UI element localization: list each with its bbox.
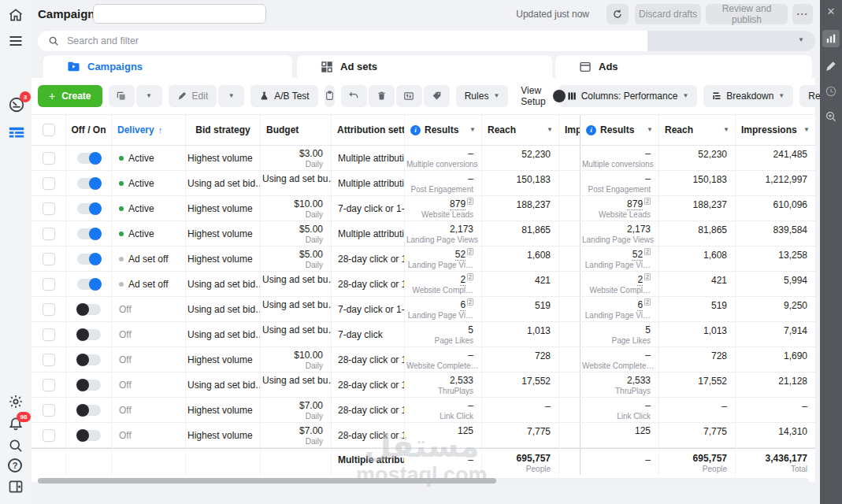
tab-campaigns[interactable]: Campaigns	[43, 55, 292, 78]
edit-button[interactable]: Edit	[169, 85, 217, 107]
column-header-results-2[interactable]: i Results▼	[580, 115, 659, 145]
results-cell-2: 8792 Website Leads	[580, 196, 659, 220]
home-icon[interactable]	[8, 7, 24, 23]
row-toggle[interactable]	[77, 279, 101, 290]
row-toggle[interactable]	[77, 254, 101, 265]
row-checkbox[interactable]	[43, 429, 55, 442]
row-checkbox[interactable]	[43, 379, 55, 391]
horizontal-scrollbar[interactable]	[38, 478, 809, 484]
help-icon[interactable]: ?	[8, 458, 24, 474]
tag-button[interactable]	[424, 85, 450, 107]
reach-cell-2: 7,775	[659, 423, 736, 447]
attribution-cell: 28-day click or 1-…	[332, 423, 405, 447]
row-checkbox[interactable]	[43, 328, 55, 341]
row-checkbox[interactable]	[43, 152, 55, 165]
collapse-panel-icon[interactable]	[8, 479, 24, 495]
budget-cell: $10.00Daily	[261, 347, 332, 372]
row-checkbox[interactable]	[43, 177, 55, 190]
create-button[interactable]: + Create	[38, 85, 102, 107]
edit-pencil-icon[interactable]	[825, 60, 837, 72]
results-ref-badge[interactable]: 2	[467, 298, 473, 306]
bid-strategy-cell: Using ad set bid…	[186, 297, 261, 321]
bar-chart-icon[interactable]	[822, 30, 840, 47]
row-checkbox[interactable]	[43, 228, 55, 240]
row-checkbox[interactable]	[43, 354, 55, 366]
row-checkbox[interactable]	[43, 253, 55, 265]
column-header-off-on[interactable]: Off / On	[66, 115, 112, 145]
saved-filters-dropdown[interactable]: ▼	[647, 31, 815, 51]
row-checkbox[interactable]	[43, 278, 55, 291]
row-checkbox[interactable]	[43, 404, 55, 417]
row-checkbox[interactable]	[43, 202, 55, 215]
tab-ad-sets[interactable]: Ad sets	[297, 55, 552, 78]
table-row: Ad set off Using ad set bid… Using ad se…	[32, 272, 815, 297]
row-toggle[interactable]	[77, 380, 101, 391]
history-clock-icon[interactable]	[825, 85, 837, 98]
column-header-impressions[interactable]: Impressions▼	[736, 115, 815, 145]
duplicate-button[interactable]	[109, 85, 135, 107]
row-toggle[interactable]	[77, 354, 101, 365]
bid-strategy-cell: Using ad set bid…	[186, 372, 261, 397]
table-body: Active Highest volume $3.00Daily Multipl…	[32, 146, 815, 448]
results-ref-badge[interactable]: 2	[467, 273, 473, 280]
column-header-attribution[interactable]: Attribution setting	[332, 115, 405, 145]
ab-test-button[interactable]: A/B Test	[250, 85, 317, 107]
clipboard-button[interactable]	[325, 85, 335, 107]
menu-icon[interactable]	[8, 33, 24, 49]
row-toggle[interactable]	[77, 203, 101, 214]
results-cell: – Link Click	[405, 398, 482, 422]
tab-ads[interactable]: Ads	[555, 55, 812, 78]
row-toggle[interactable]	[77, 153, 101, 164]
row-checkbox[interactable]	[43, 303, 55, 316]
undo-button[interactable]	[341, 85, 367, 107]
breakdown-dropdown[interactable]: Breakdown▼	[703, 85, 793, 107]
zoom-plus-icon[interactable]	[825, 110, 837, 123]
reach-cell-2: 1,608	[659, 246, 736, 271]
row-toggle[interactable]	[77, 228, 101, 239]
more-options-button[interactable]: ···	[792, 4, 813, 24]
results-ref-badge[interactable]: 2	[644, 298, 651, 306]
duplicate-dropdown-button[interactable]: ▼	[136, 85, 162, 107]
row-toggle[interactable]	[77, 178, 101, 189]
results-ref-badge[interactable]: 2	[644, 248, 651, 255]
edit-dropdown-button[interactable]: ▼	[218, 85, 244, 107]
columns-dropdown[interactable]: Columns: Performance▼	[558, 85, 698, 107]
results-ref-badge[interactable]: 2	[644, 273, 651, 280]
settings-gear-icon[interactable]	[8, 394, 24, 410]
results-ref-badge[interactable]: 2	[467, 248, 473, 255]
results-ref-badge[interactable]: 2	[467, 198, 473, 205]
results-ref-badge[interactable]: 2	[644, 198, 651, 205]
notifications-bell-icon[interactable]: 98	[8, 416, 24, 432]
column-header-delivery[interactable]: Delivery↑	[112, 115, 186, 145]
status-dot	[119, 206, 124, 211]
review-and-publish-button[interactable]: Review and publish	[706, 4, 788, 24]
column-header-bid-strategy[interactable]: Bid strategy	[186, 115, 261, 145]
export-button[interactable]	[396, 85, 422, 107]
column-header-impressions-clipped[interactable]: Impre	[559, 115, 580, 145]
impressions-clipped-cell	[559, 221, 580, 246]
search-input[interactable]	[67, 35, 647, 46]
row-toggle[interactable]	[77, 405, 101, 416]
column-header-results[interactable]: i Results▼	[405, 115, 482, 145]
column-header-budget[interactable]: Budget	[261, 115, 332, 145]
chevron-down-icon: ▼	[778, 93, 785, 99]
row-toggle[interactable]	[77, 329, 101, 340]
campaigns-grid-icon[interactable]	[8, 124, 25, 142]
search-nav-icon[interactable]	[8, 438, 24, 454]
campaign-name-input[interactable]	[93, 4, 266, 24]
speedometer-icon[interactable]: 3	[8, 96, 25, 113]
refresh-button[interactable]	[606, 4, 629, 24]
rules-dropdown[interactable]: Rules▼	[456, 85, 509, 107]
row-toggle[interactable]	[77, 304, 101, 315]
close-icon[interactable]: ✕	[827, 6, 836, 17]
budget-cell: Using ad set bu…	[261, 171, 332, 195]
bid-strategy-cell: Highest volume	[186, 196, 261, 220]
scrollbar-thumb[interactable]	[38, 478, 496, 484]
row-toggle[interactable]	[77, 430, 101, 441]
chevron-down-icon: ▼	[682, 93, 688, 99]
select-all-checkbox[interactable]	[43, 124, 55, 136]
delete-button[interactable]	[369, 85, 395, 107]
column-header-reach-2[interactable]: Reach▼	[659, 115, 736, 145]
column-header-reach[interactable]: Reach▼	[482, 115, 559, 145]
discard-drafts-button[interactable]: Discard drafts	[635, 4, 701, 24]
